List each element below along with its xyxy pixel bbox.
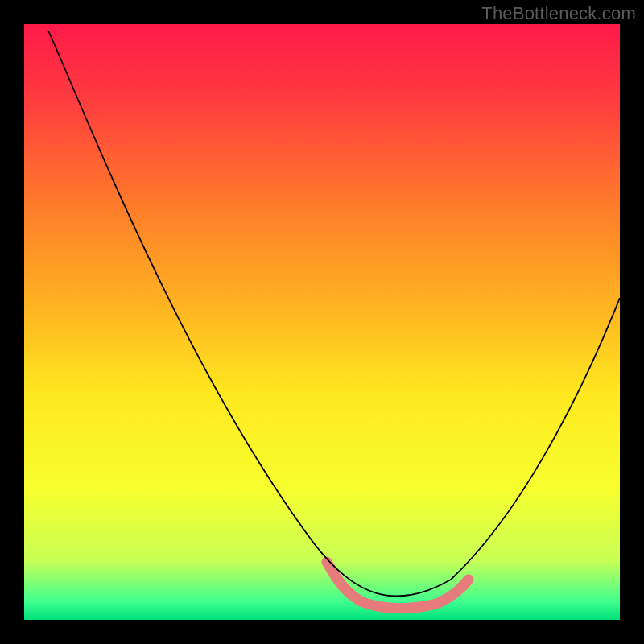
watermark-text: TheBottleneck.com: [481, 3, 636, 24]
plot-svg: [24, 24, 620, 620]
gradient-background: [24, 24, 620, 620]
chart-frame: TheBottleneck.com: [0, 0, 644, 644]
plot-area: [24, 24, 620, 620]
